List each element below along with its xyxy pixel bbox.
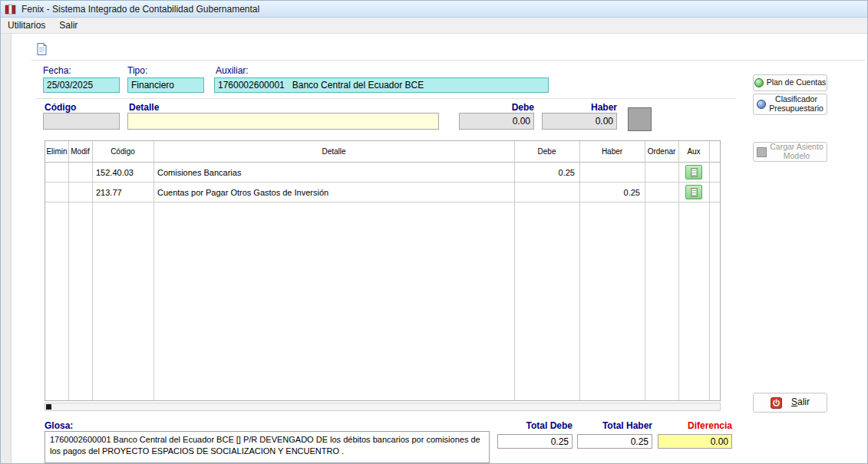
- grid-body: 152.40.03Comisiones Bancarias0.25213.77C…: [45, 163, 720, 202]
- modif-cell: [68, 163, 92, 182]
- tipo-input[interactable]: [127, 77, 204, 93]
- fecha-label: Fecha:: [43, 65, 71, 76]
- glosa-text-box[interactable]: 1760002600001 Banco Central del Ecuador …: [45, 431, 490, 463]
- plan-de-cuentas-label: Plan de Cuentas: [767, 78, 827, 87]
- grid-header-elimin: Elimin: [45, 141, 68, 162]
- document-icon: [691, 168, 698, 177]
- grid-row[interactable]: 213.77Cuentas por Pagar Otros Gastos de …: [45, 183, 720, 202]
- codigo-label: Código: [45, 102, 76, 113]
- debe-label: Debe: [459, 102, 534, 113]
- add-entry-button[interactable]: [628, 107, 652, 131]
- haber-cell: 0.25: [579, 183, 645, 202]
- grid-header-row: EliminModifCódigoDetalleDebeHaberOrdenar…: [45, 141, 720, 163]
- haber-entry-input[interactable]: [542, 113, 617, 130]
- clasificador-presupuestario-button[interactable]: Clasificador Presupuestario: [753, 94, 827, 115]
- grid-h-scrollbar[interactable]: [45, 403, 721, 411]
- left-panel: [1, 34, 12, 464]
- green-sphere-icon: [754, 78, 764, 87]
- application-window: Fenix - Sistema Integrado de Contabilida…: [0, 0, 868, 464]
- grid-header-codigo: Código: [92, 141, 153, 162]
- aux-cell: [678, 183, 709, 202]
- window-title: Fenix - Sistema Integrado de Contabilida…: [21, 4, 259, 15]
- tipo-label: Tipo:: [127, 65, 147, 76]
- modif-cell: [68, 183, 92, 202]
- detalle-label: Detalle: [129, 102, 159, 113]
- diferencia-value: 0.00: [658, 434, 732, 449]
- codigo-entry-input[interactable]: [43, 113, 120, 130]
- salir-button[interactable]: Salir: [753, 393, 827, 413]
- debe-cell: 0.25: [514, 163, 579, 182]
- app-icon: [5, 3, 17, 15]
- diferencia-label: Diferencia: [658, 420, 732, 431]
- new-document-icon[interactable]: [35, 42, 48, 56]
- asientos-grid: EliminModifCódigoDetalleDebeHaberOrdenar…: [45, 140, 721, 401]
- detalle-cell: Cuentas por Pagar Otros Gastos de Invers…: [153, 183, 514, 202]
- haber-cell: [579, 163, 645, 182]
- aux-button[interactable]: [685, 165, 702, 179]
- cargar-asiento-modelo-button[interactable]: Cargar Asiento Modelo: [753, 142, 827, 162]
- fecha-input[interactable]: [43, 77, 120, 93]
- haber-label: Haber: [542, 102, 617, 113]
- elimin-cell: [45, 163, 68, 182]
- aux-button[interactable]: [685, 185, 702, 199]
- title-bar: Fenix - Sistema Integrado de Contabilida…: [1, 1, 868, 18]
- salir-label: Salir: [791, 397, 810, 407]
- grid-header-debe: Debe: [514, 141, 579, 162]
- blue-sphere-icon: [757, 100, 766, 109]
- detalle-cell: Comisiones Bancarias: [153, 163, 514, 182]
- grid-header-detalle: Detalle: [153, 141, 514, 162]
- auxiliar-input[interactable]: [214, 77, 549, 93]
- toolbar-separator: [31, 60, 865, 61]
- menu-bar: Utilitarios Salir: [1, 18, 868, 34]
- grid-row[interactable]: 152.40.03Comisiones Bancarias0.25: [45, 163, 720, 183]
- debe-entry-input[interactable]: [459, 113, 534, 130]
- plan-de-cuentas-button[interactable]: Plan de Cuentas: [753, 74, 827, 91]
- total-haber-label: Total Haber: [577, 420, 652, 431]
- detalle-entry-input[interactable]: [127, 113, 439, 130]
- total-debe-label: Total Debe: [497, 420, 573, 431]
- auxiliar-label: Auxiliar:: [216, 65, 249, 76]
- power-icon: [771, 397, 782, 409]
- codigo-cell: 213.77: [92, 183, 153, 202]
- ordenar-cell: [645, 183, 678, 202]
- grid-header-modif: Modif: [68, 141, 92, 162]
- grid-header-haber: Haber: [579, 141, 645, 162]
- codigo-cell: 152.40.03: [92, 163, 153, 182]
- cargar-asiento-label: Cargar Asiento Modelo: [770, 143, 823, 160]
- elimin-cell: [45, 183, 68, 202]
- glosa-label: Glosa:: [45, 420, 73, 431]
- gray-square-icon: [757, 147, 767, 157]
- form-separator: [35, 98, 735, 99]
- clasificador-label: Clasificador Presupuestario: [769, 95, 823, 113]
- menu-item-utilitarios[interactable]: Utilitarios: [1, 18, 52, 33]
- grid-header-ordenar: Ordenar: [645, 141, 678, 162]
- document-icon: [691, 188, 698, 197]
- total-haber-value: 0.25: [577, 434, 652, 449]
- menu-item-salir[interactable]: Salir: [52, 18, 84, 33]
- ordenar-cell: [645, 163, 678, 182]
- grid-h-scrollbar-thumb[interactable]: [46, 404, 51, 410]
- aux-cell: [678, 163, 709, 182]
- total-debe-value: 0.25: [497, 434, 573, 449]
- grid-header-aux: Aux: [678, 141, 709, 162]
- debe-cell: [514, 183, 579, 202]
